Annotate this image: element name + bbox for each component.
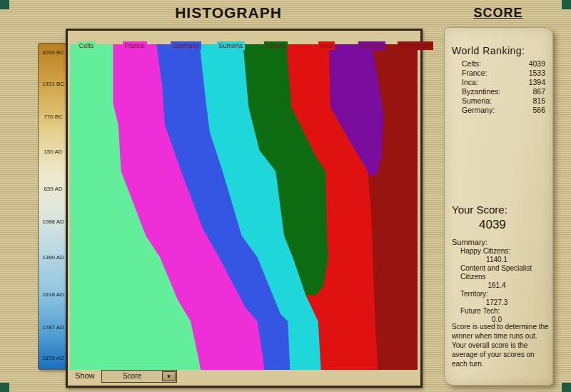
civ-chip-celts: Celts — [77, 41, 96, 50]
your-score-value: 4039 — [479, 218, 550, 232]
score-parchment-panel: World Ranking: Celts:4039France:1533Inca… — [444, 27, 553, 386]
summary-item-value: 1140.1 — [460, 256, 533, 264]
civ-chip-byzantines: Byzantines — [398, 41, 433, 50]
summary-item-label: Future Tech: — [460, 307, 533, 316]
civ-chip-sumeria: Sumeria — [217, 41, 246, 50]
histograph-panel: CeltsFranceGermanySumeriaAztecsIncaIroqu… — [66, 29, 423, 388]
ranking-civ-name: Celts: — [462, 59, 481, 69]
map-corner-top-right — [562, 0, 571, 9]
ranking-civ-score: 867 — [532, 87, 545, 96]
histograph-screen: HISTOGRAPH SCORE 4000 BC1931 BC770 BC150… — [0, 0, 571, 392]
civ-chip-inca: Inca — [318, 41, 335, 50]
time-tick-label: 1787 AD — [39, 324, 68, 331]
time-tick-label: 150 AD — [39, 149, 68, 156]
summary-item-label: Happy Citizens: — [460, 247, 533, 256]
summary-item-label: Content and Specialist Citizens — [460, 264, 533, 281]
summary-list: Happy Citizens:1140.1Content and Special… — [452, 247, 550, 324]
world-ranking-block: World Ranking: Celts:4039France:1533Inca… — [452, 45, 548, 115]
ranking-civ-name: Byzantines: — [462, 87, 500, 96]
time-tick-label: 1870 AD — [39, 355, 68, 362]
time-tick-label: 639 AD — [39, 186, 68, 193]
ranking-civ-name: France: — [462, 69, 487, 78]
civ-chip-france: France — [123, 41, 147, 50]
map-corner-top-left — [0, 0, 9, 9]
summary-item-value: 161.4 — [460, 281, 533, 290]
map-corner-bottom-right — [562, 383, 571, 392]
ranking-civ-score: 566 — [532, 106, 545, 115]
ranking-row: Celts:4039 — [452, 59, 548, 69]
ranking-row: Inca:1394 — [452, 78, 548, 87]
ranking-row: Sumeria:815 — [452, 96, 548, 106]
show-label: Show — [75, 371, 95, 380]
time-tick-label: 1931 BC — [39, 81, 68, 88]
time-tick-label: 1088 AD — [39, 218, 68, 226]
ranking-civ-score: 1533 — [529, 69, 545, 78]
ranking-row: Byzantines:867 — [452, 87, 548, 96]
summary-title: Summary: — [452, 238, 550, 246]
ranking-civ-score: 815 — [532, 96, 545, 106]
histograph-chart: CeltsFranceGermanySumeriaAztecsIncaIroqu… — [70, 44, 418, 370]
score-note-text: Score is used to determine the winner wh… — [452, 322, 550, 368]
time-tick-label: 770 BC — [39, 114, 68, 121]
your-score-title: Your Score: — [452, 203, 550, 216]
civ-chip-iroquois: Iroquois — [358, 41, 385, 50]
dropdown-arrow-icon[interactable]: ▼ — [162, 371, 176, 381]
ranking-civ-score: 1394 — [529, 78, 545, 87]
summary-item-label: Territory: — [460, 290, 533, 298]
ranking-civ-score: 4039 — [529, 59, 545, 69]
civ-chip-germany: Germany — [171, 41, 201, 50]
score-bands-svg — [70, 44, 418, 370]
show-control-row: Show Score ▼ — [75, 370, 289, 383]
ranking-civ-name: Germany: — [462, 106, 495, 115]
show-mode-dropdown[interactable]: Score ▼ — [101, 370, 177, 383]
ranking-civ-name: Sumeria: — [462, 96, 492, 106]
world-ranking-title: World Ranking: — [452, 45, 548, 56]
timeline-axis: 4000 BC1931 BC770 BC150 AD639 AD1088 AD1… — [38, 43, 69, 370]
time-tick-label: 1390 AD — [39, 254, 68, 261]
show-mode-selected: Score — [102, 372, 162, 380]
civ-chip-aztecs: Aztecs — [264, 41, 288, 50]
your-score-block: Your Score: 4039 Summary: Happy Citizens… — [452, 203, 550, 324]
summary-item-value: 1727.3 — [460, 298, 533, 307]
ranking-row: Germany:566 — [452, 106, 548, 115]
world-ranking-list: Celts:4039France:1533Inca:1394Byzantines… — [452, 59, 548, 115]
score-panel-title: SCORE — [441, 6, 555, 21]
time-tick-label: 4000 BC — [39, 49, 68, 56]
page-title: HISTOGRAPH — [71, 4, 385, 21]
map-corner-bottom-left — [0, 383, 9, 392]
ranking-row: France:1533 — [452, 69, 548, 78]
time-tick-label: 1618 AD — [39, 291, 68, 298]
ranking-civ-name: Inca: — [462, 78, 478, 87]
